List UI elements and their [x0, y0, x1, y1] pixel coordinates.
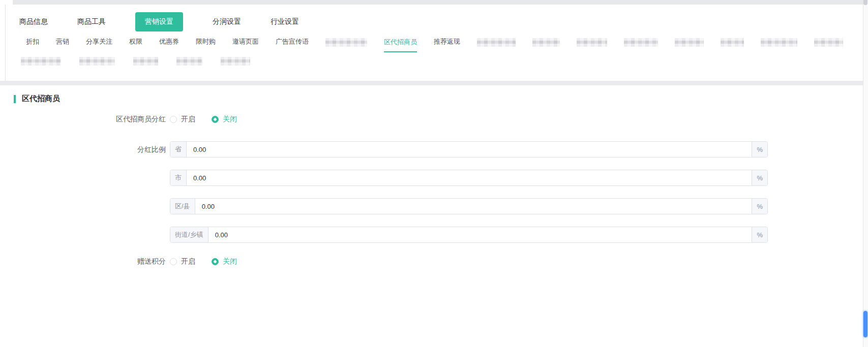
section-title-text: 区代招商员: [22, 94, 60, 104]
tab-product-info[interactable]: 商品信息: [19, 17, 48, 26]
panel-divider: [0, 81, 863, 85]
dividend-radio-group: 开启 关闭: [170, 115, 253, 124]
tab-marketing-settings[interactable]: 营销设置: [135, 12, 183, 31]
city-ratio-input[interactable]: [187, 170, 752, 185]
vertical-scrollbar[interactable]: [863, 0, 868, 347]
radio-unselected-icon: [170, 116, 177, 123]
tab-industry-settings[interactable]: 行业设置: [271, 17, 299, 26]
tab-redacted[interactable]: [532, 38, 560, 47]
secondary-tab-bar: 折扣 营销 分享关注 权限 优惠券 限时购 邀请页面 广告宣传语 区代招商员 推…: [19, 36, 863, 49]
percent-suffix: %: [752, 227, 767, 242]
points-radio-on[interactable]: 开启: [170, 257, 195, 266]
dividend-radio-off[interactable]: 关闭: [212, 115, 237, 124]
radio-unselected-icon: [170, 258, 177, 265]
city-ratio-group: 市 %: [170, 170, 768, 186]
percent-suffix: %: [752, 199, 767, 214]
tab-profit-settings[interactable]: 分润设置: [213, 17, 241, 26]
tab-coupons[interactable]: 优惠券: [159, 37, 179, 47]
section-header: 区代招商员: [14, 94, 863, 104]
content-panel: 区代招商员 区代招商员分红 开启 关闭 分红比例 省 % 市: [0, 85, 863, 347]
tab-flash-sale[interactable]: 限时购: [196, 37, 216, 47]
district-prefix: 区/县: [170, 199, 195, 214]
page-top-band: [13, 0, 863, 5]
tab-district-agent[interactable]: 区代招商员: [384, 38, 417, 52]
points-setting-row: 赠送积分 开启 关闭: [0, 257, 863, 266]
district-ratio-input[interactable]: [195, 199, 752, 214]
ratio-setting-row: 分红比例 省 % 市 % 区/县 % 街道/乡镇 %: [0, 141, 863, 255]
radio-on-label: 开启: [181, 115, 195, 124]
tab-ad-slogan[interactable]: 广告宣传语: [276, 37, 309, 47]
primary-tab-bar: 商品信息 商品工具 营销设置 分润设置 行业设置: [19, 5, 863, 31]
tab-permissions[interactable]: 权限: [129, 37, 142, 47]
district-ratio-group: 区/县 %: [170, 198, 768, 214]
tab-redacted[interactable]: [577, 38, 607, 47]
tab-redacted[interactable]: [79, 57, 115, 66]
dividend-label: 区代招商员分红: [0, 115, 166, 124]
dividend-setting-row: 区代招商员分红 开启 关闭: [0, 115, 863, 124]
street-ratio-input[interactable]: [208, 227, 752, 242]
radio-off-label: 关闭: [223, 115, 237, 124]
tab-product-tools[interactable]: 商品工具: [77, 17, 106, 26]
tab-referral-cashback[interactable]: 推荐返现: [434, 37, 460, 47]
tab-redacted[interactable]: [814, 38, 843, 47]
dividend-radio-on[interactable]: 开启: [170, 115, 195, 124]
tab-redacted[interactable]: [176, 57, 202, 66]
percent-suffix: %: [752, 142, 767, 157]
tab-redacted[interactable]: [21, 57, 61, 66]
tab-redacted[interactable]: [221, 57, 250, 66]
tab-redacted[interactable]: [721, 38, 744, 47]
province-ratio-group: 省 %: [170, 141, 768, 157]
points-label: 赠送积分: [0, 257, 166, 266]
street-prefix: 街道/乡镇: [170, 227, 208, 242]
radio-selected-icon: [212, 258, 219, 265]
tab-share-follow[interactable]: 分享关注: [86, 37, 112, 47]
tab-marketing[interactable]: 营销: [56, 37, 69, 47]
tab-redacted[interactable]: [761, 38, 797, 47]
province-prefix: 省: [170, 142, 187, 157]
province-ratio-input[interactable]: [187, 142, 752, 157]
radio-selected-icon: [212, 116, 219, 123]
radio-on-label: 开启: [181, 257, 195, 266]
street-ratio-group: 街道/乡镇 %: [170, 227, 768, 243]
percent-suffix: %: [752, 170, 767, 185]
tab-redacted[interactable]: [133, 57, 158, 66]
tab-redacted[interactable]: [675, 38, 704, 47]
section-accent-bar: [14, 95, 16, 103]
points-radio-off[interactable]: 关闭: [212, 257, 237, 266]
scrollbar-thumb[interactable]: [863, 311, 867, 337]
points-radio-group: 开启 关闭: [170, 257, 253, 266]
tab-redacted[interactable]: [477, 38, 516, 47]
ratio-label: 分红比例: [0, 141, 166, 157]
tab-redacted[interactable]: [325, 38, 367, 47]
ratio-inputs: 省 % 市 % 区/县 % 街道/乡镇 %: [170, 141, 768, 255]
tab-invite-page[interactable]: 邀请页面: [232, 37, 259, 47]
tab-redacted[interactable]: [624, 38, 658, 47]
scrollbar-top-cap: [863, 0, 867, 5]
city-prefix: 市: [170, 170, 187, 185]
tabs-panel: 商品信息 商品工具 营销设置 分润设置 行业设置 折扣 营销 分享关注 权限 优…: [6, 5, 863, 81]
tab-discount[interactable]: 折扣: [26, 37, 39, 47]
radio-off-label: 关闭: [223, 257, 237, 266]
tertiary-tab-bar: [19, 56, 863, 66]
